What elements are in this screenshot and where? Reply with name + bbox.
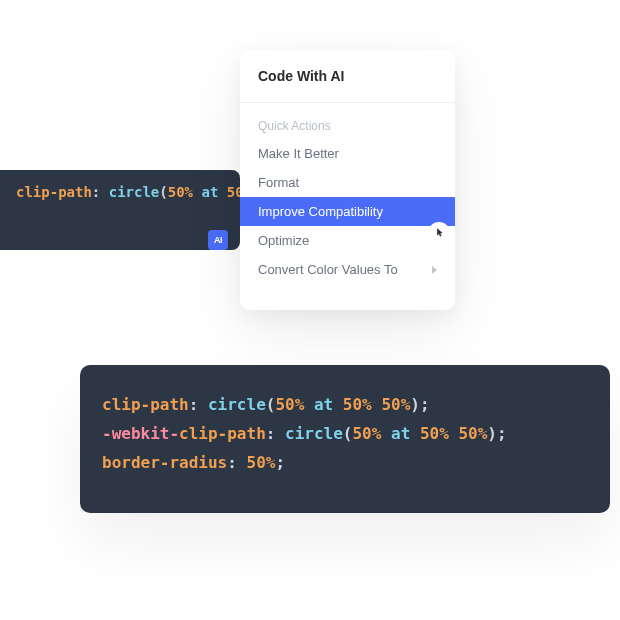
css-property: border-radius xyxy=(102,453,227,472)
code-line: -webkit-clip-path: circle(50% at 50% 50%… xyxy=(102,420,588,449)
css-function: circle xyxy=(208,395,266,414)
menu-item-improve-compatibility[interactable]: Improve Compatibility xyxy=(240,197,455,226)
punctuation: ) xyxy=(410,395,420,414)
ai-popup-menu: Code With AI Quick Actions Make It Bette… xyxy=(240,50,455,310)
punctuation: : xyxy=(92,184,109,200)
punctuation xyxy=(449,424,459,443)
css-value: 50% xyxy=(247,453,276,472)
ai-badge-label: AI xyxy=(214,235,222,245)
css-value: 50% xyxy=(420,424,449,443)
pointer-cursor-icon xyxy=(428,222,450,244)
popup-title: Code With AI xyxy=(240,68,455,103)
css-property: clip-path xyxy=(102,395,189,414)
menu-item-format[interactable]: Format xyxy=(240,168,455,197)
punctuation xyxy=(372,395,382,414)
punctuation: ( xyxy=(266,395,276,414)
code-line: clip-path: circle(50% at 50% 50%); xyxy=(102,391,588,420)
css-property: clip-path xyxy=(179,424,266,443)
css-keyword: at xyxy=(304,395,343,414)
css-keyword: at xyxy=(193,184,227,200)
punctuation: : xyxy=(227,453,246,472)
code-line: border-radius: 50%; xyxy=(102,449,588,478)
punctuation: ; xyxy=(497,424,507,443)
code-line: clip-path: circle(50% at 50 xyxy=(16,184,224,200)
punctuation: ; xyxy=(275,453,285,472)
css-value: 50% xyxy=(458,424,487,443)
punctuation: : xyxy=(189,395,208,414)
css-function: circle xyxy=(109,184,160,200)
punctuation: : xyxy=(266,424,285,443)
ai-badge-icon[interactable]: AI xyxy=(208,230,228,250)
punctuation: ( xyxy=(159,184,167,200)
code-snippet-bottom: clip-path: circle(50% at 50% 50%); -webk… xyxy=(80,365,610,513)
menu-item-make-better[interactable]: Make It Better xyxy=(240,139,455,168)
css-value: 50 xyxy=(227,184,240,200)
css-value: 50% xyxy=(352,424,381,443)
css-prefix: -webkit- xyxy=(102,424,179,443)
css-value: 50% xyxy=(343,395,372,414)
menu-item-optimize[interactable]: Optimize xyxy=(240,226,455,255)
menu-item-convert-color[interactable]: Convert Color Values To xyxy=(240,255,455,284)
popup-section-header: Quick Actions xyxy=(240,113,455,139)
punctuation: ; xyxy=(420,395,430,414)
css-keyword: at xyxy=(381,424,420,443)
code-snippet-top: clip-path: circle(50% at 50 xyxy=(0,170,240,250)
menu-item-label: Convert Color Values To xyxy=(258,262,398,277)
punctuation: ) xyxy=(487,424,497,443)
css-property: clip-path xyxy=(16,184,92,200)
css-value: 50% xyxy=(275,395,304,414)
css-value: 50% xyxy=(381,395,410,414)
css-value: 50% xyxy=(168,184,193,200)
css-function: circle xyxy=(285,424,343,443)
